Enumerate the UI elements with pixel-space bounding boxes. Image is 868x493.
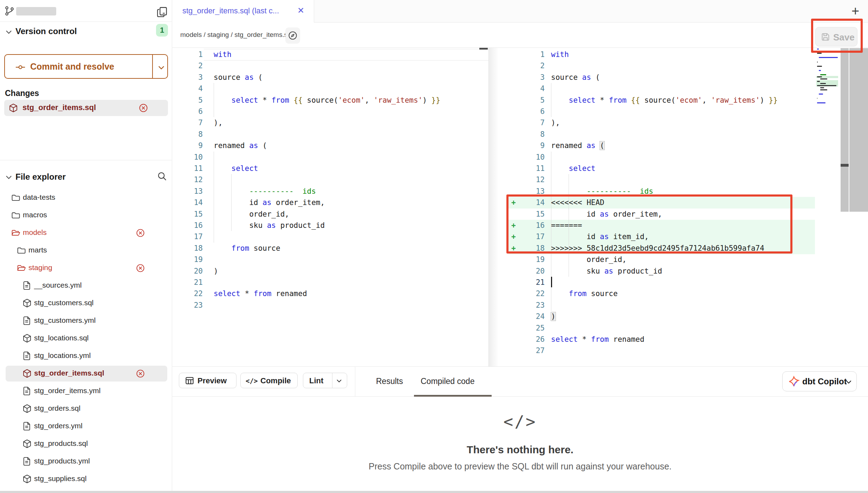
- file-tree-item-stg-locations-yml[interactable]: stg_locations.yml: [0, 347, 172, 365]
- minimap-line: [820, 87, 824, 88]
- minimap-added-line: [816, 82, 838, 84]
- line-number: 17: [517, 231, 545, 243]
- line-number: 21: [517, 277, 545, 288]
- compile-button[interactable]: </> Compile: [240, 373, 298, 388]
- right-line-21[interactable]: 21: [172, 277, 868, 288]
- right-line-22[interactable]: 22 from source: [172, 288, 868, 300]
- right-line-10[interactable]: 10: [172, 152, 868, 163]
- file-explorer-title: File explorer: [15, 172, 66, 182]
- right-line-11[interactable]: 11 select: [172, 163, 868, 174]
- file-tree-item-macros[interactable]: macros: [0, 207, 172, 224]
- file-name: stg_locations.yml: [34, 351, 91, 360]
- file-name: stg_order_items.sql: [34, 369, 104, 377]
- file-tree-item-stg-orders-sql[interactable]: stg_orders.sql: [0, 400, 172, 418]
- right-line-12[interactable]: 12: [172, 174, 868, 186]
- editor-scrollbar-track[interactable]: [841, 48, 849, 212]
- conflict-x-icon: [136, 263, 145, 273]
- changed-file-name: stg_order_items.sql: [22, 103, 96, 112]
- minimap[interactable]: [816, 49, 840, 161]
- model-icon: [22, 439, 32, 449]
- file-tree-item--sources-yml[interactable]: __sources.yml: [0, 277, 172, 295]
- changed-file-row[interactable]: stg_order_items.sql: [4, 100, 168, 116]
- line-number: 26: [517, 334, 545, 345]
- file-tree-item-stg-orders-yml[interactable]: stg_orders.yml: [0, 418, 172, 435]
- file-tree-item-marts[interactable]: marts: [0, 242, 172, 260]
- file-tree-item-models[interactable]: models: [0, 224, 172, 242]
- chevron-down-icon[interactable]: [5, 28, 13, 36]
- editor-scrollbar-thumb[interactable]: [841, 164, 849, 167]
- added-line-marker: +: [511, 231, 516, 243]
- copilot-chevron-icon: [844, 378, 853, 386]
- line-number: 15: [517, 209, 545, 220]
- line-number: 24: [517, 311, 545, 322]
- lineage-compass-button[interactable]: [285, 27, 300, 44]
- file-tree-item-stg-customers-sql[interactable]: stg_customers.sql: [0, 295, 172, 312]
- right-line-9[interactable]: 9renamed as (: [172, 140, 868, 152]
- model-icon: [22, 369, 32, 378]
- minimap-line: [817, 62, 818, 63]
- right-line-15[interactable]: 15 id as order_item,: [172, 209, 868, 220]
- right-line-24[interactable]: 24): [172, 311, 868, 322]
- right-line-4[interactable]: 4: [172, 83, 868, 95]
- right-line-23[interactable]: 23: [172, 300, 868, 311]
- line-number: 13: [517, 186, 545, 197]
- chevron-down-icon[interactable]: [5, 173, 13, 181]
- file-tree-item-stg-order-items-sql[interactable]: stg_order_items.sql: [0, 365, 172, 383]
- commit-icon: [15, 62, 26, 72]
- right-line-17[interactable]: +17 id as item_id,: [172, 231, 868, 243]
- file-name: macros: [23, 211, 47, 219]
- file-tree-item-stg-products-sql[interactable]: stg_products.sql: [0, 435, 172, 453]
- commit-and-resolve-button[interactable]: Commit and resolve: [4, 54, 168, 79]
- file-tree-item-stg-order-items-yml[interactable]: stg_order_items.yml: [0, 383, 172, 400]
- side-scroll-area[interactable]: [849, 48, 868, 212]
- tab-results[interactable]: Results: [376, 377, 403, 386]
- tab-stg-order-items[interactable]: stg_order_items.sql (last c... ✕: [172, 0, 314, 23]
- code-text: =======: [551, 220, 582, 231]
- save-button[interactable]: Save: [815, 27, 857, 46]
- right-line-1[interactable]: 1with: [172, 49, 868, 60]
- tab-compiled-code[interactable]: Compiled code: [421, 377, 474, 386]
- file-tree-item-stg-products-yml[interactable]: stg_products.yml: [0, 453, 172, 470]
- right-line-19[interactable]: 19 order_id,: [172, 254, 868, 265]
- search-icon[interactable]: [157, 171, 167, 181]
- lint-button[interactable]: Lint: [303, 373, 347, 388]
- line-number: 14: [517, 197, 545, 209]
- right-line-27[interactable]: 27: [172, 345, 868, 357]
- file-tree-item-data-tests[interactable]: data-tests: [0, 189, 172, 207]
- right-line-5[interactable]: 5 select * from {{ source('ecom', 'raw_i…: [172, 95, 868, 106]
- right-line-2[interactable]: 2: [172, 60, 868, 72]
- copy-icon[interactable]: [156, 6, 168, 18]
- folder-open-icon: [11, 228, 21, 238]
- right-line-14[interactable]: +14<<<<<<< HEAD: [172, 197, 868, 209]
- file-tree-item-stg-customers-yml[interactable]: stg_customers.yml: [0, 312, 172, 330]
- right-line-25[interactable]: 25: [172, 322, 868, 334]
- file-tree-item-stg-supplies-sql[interactable]: stg_supplies.sql: [0, 470, 172, 488]
- tab-close-icon[interactable]: ✕: [297, 6, 304, 15]
- file-name: stg_locations.sql: [34, 334, 89, 342]
- preview-label: Preview: [197, 376, 227, 385]
- commit-dropdown-chevron-icon[interactable]: [157, 63, 166, 72]
- folder-icon: [11, 210, 21, 220]
- right-line-6[interactable]: 6: [172, 106, 868, 117]
- branch-name-redacted[interactable]: [16, 7, 56, 15]
- minimap-line: [819, 94, 823, 95]
- model-icon: [22, 404, 32, 414]
- file-name: staging: [28, 263, 52, 272]
- new-tab-button[interactable]: +: [847, 3, 864, 20]
- file-tree-item-stg-locations-sql[interactable]: stg_locations.sql: [0, 330, 172, 347]
- right-line-26[interactable]: 26select * from renamed: [172, 334, 868, 345]
- dbt-copilot-button[interactable]: dbt Copilot: [782, 371, 857, 391]
- right-line-20[interactable]: 20 sku as product_id: [172, 265, 868, 277]
- right-line-3[interactable]: 3source as (: [172, 72, 868, 83]
- lint-dropdown-chevron-icon[interactable]: [335, 377, 343, 385]
- right-line-16[interactable]: +16=======: [172, 220, 868, 231]
- line-number: 1: [517, 49, 545, 60]
- right-line-18[interactable]: +18>>>>>>> 58c1dd23d5eebd9cd2495fa7124ab…: [172, 243, 868, 254]
- preview-button[interactable]: Preview: [179, 373, 237, 388]
- right-line-7[interactable]: 7),: [172, 117, 868, 129]
- right-line-13[interactable]: 13 ---------- ids: [172, 186, 868, 197]
- minimap-line: [819, 57, 838, 58]
- code-icon: </>: [246, 377, 258, 385]
- file-tree-item-staging[interactable]: staging: [0, 260, 172, 277]
- right-line-8[interactable]: 8: [172, 129, 868, 140]
